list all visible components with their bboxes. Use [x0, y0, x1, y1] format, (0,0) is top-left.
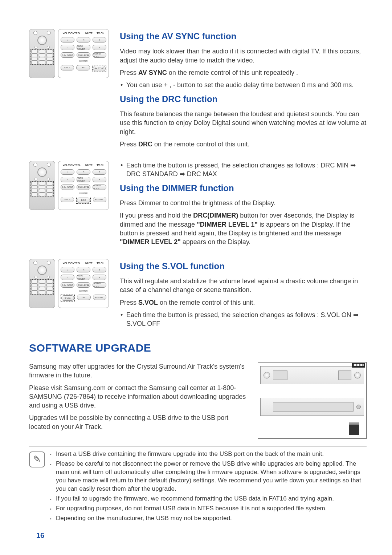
- hdr-mute: MUTE: [85, 32, 93, 35]
- title-software-upgrade: SOFTWARE UPGRADE: [29, 341, 367, 357]
- remote-body: [29, 29, 55, 78]
- remote-diagram-svol: VOL/CONTROLMUTETV CH AUTO POWER D.IN INP…: [29, 259, 109, 308]
- usb-stick-icon: [349, 422, 359, 435]
- title-drc: Using the DRC function: [120, 93, 367, 106]
- note-icon: ✎: [29, 451, 45, 467]
- svol-p1: This will regulate and stabilize the vol…: [120, 277, 367, 295]
- svol-bullet: Each time the button is pressed, the sel…: [120, 311, 367, 328]
- dimmer-p1: Press Dimmer to control the brightness o…: [120, 199, 367, 207]
- note-3: If you fail to upgrade the firmware, we …: [50, 495, 367, 503]
- hdr-tvch: TV CH: [97, 32, 104, 35]
- note-5: Depending on the manufacturer, the USB m…: [50, 514, 367, 523]
- avsync-bullet: You can use + , - button to set the audi…: [120, 81, 367, 89]
- title-svol: Using the S.VOL function: [120, 260, 367, 273]
- note-1: Insert a USB drive containing the firmwa…: [50, 450, 367, 458]
- sw-p2: Please visit Samsung.com or contact the …: [29, 384, 247, 410]
- remote-zoom-panel: VOL/CONTROL MUTE TV CH AUTO POWER D.IN I…: [58, 29, 109, 78]
- device-rear-diagram: ▮▮▮▮▮▮▮: [258, 362, 367, 439]
- sw-p3: Upgrades will be possible by connecting …: [29, 413, 247, 431]
- usb-port-tag: ▮▮▮▮▮▮▮: [352, 363, 365, 368]
- avsync-press: Press AV SYNC on the remote control of t…: [120, 68, 367, 77]
- drc-bullet: Each time the button is pressed, the sel…: [120, 161, 367, 179]
- hdr-vol: VOL/CONTROL: [63, 32, 81, 35]
- title-dimmer: Using the DIMMER function: [120, 182, 367, 195]
- remote-diagram-drc: VOL/CONTROLMUTETV CH AUTO POWER D.IN INP…: [29, 161, 109, 210]
- sw-p1: Samsung may offer upgrades for the Cryst…: [29, 362, 247, 380]
- drc-intro: This feature balances the range between …: [120, 110, 367, 136]
- note-2: Please be careful to not disconnect the …: [50, 460, 367, 493]
- svol-press: Press S.VOL on the remote control of thi…: [120, 298, 367, 307]
- drc-press: Press DRC on the remote control of this …: [120, 140, 367, 149]
- title-avsync: Using the AV SYNC function: [120, 31, 367, 43]
- note-4: For upgrading purposes, do not format US…: [50, 505, 367, 513]
- remote-diagram-avsync: VOL/CONTROL MUTE TV CH AUTO POWER D.IN I…: [29, 29, 109, 78]
- page-number: 16: [36, 497, 44, 539]
- dimmer-p2: If you press and hold the DRC(DIMMER) bu…: [120, 211, 367, 246]
- avsync-intro: Video may look slower than the audio if …: [120, 47, 367, 65]
